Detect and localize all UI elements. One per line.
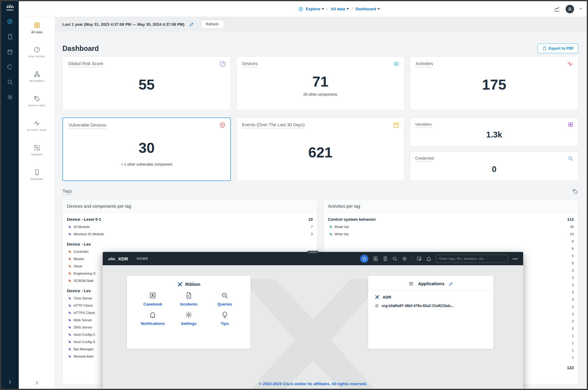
card-variables[interactable]: Variables 1.3k <box>410 117 578 147</box>
open-window-icon[interactable] <box>417 256 422 261</box>
tag-row[interactable]: 6 <box>324 238 578 245</box>
ribbon-item-tips[interactable]: Tips <box>207 311 243 326</box>
application-name: XDR <box>383 295 391 299</box>
export-pdf-button[interactable]: Export to PDF <box>538 44 578 53</box>
card-value: 175 <box>416 76 573 93</box>
tag-value: 2 <box>572 327 574 330</box>
xdr-body: Ribbon Casebook Incidents Queries <box>103 265 523 389</box>
app-rail: cisco <box>1 1 19 389</box>
sidebar-item-groups[interactable]: GROUPS <box>19 144 55 169</box>
ribbon-item-settings[interactable]: Settings <box>171 311 207 326</box>
breadcrumb-separator: / <box>352 7 353 11</box>
organization-icon <box>375 304 379 308</box>
cisco-logo-text: cisco <box>7 8 14 11</box>
application-entry-xdr[interactable]: XDR <box>368 290 493 301</box>
tag-row[interactable]: 6 <box>324 245 578 252</box>
tag-icon <box>68 225 71 229</box>
edit-time-range-icon[interactable] <box>189 22 194 27</box>
tag-icon <box>68 257 71 261</box>
hamburger-icon[interactable] <box>408 281 414 286</box>
xdr-nav-home[interactable]: HOME <box>137 257 148 260</box>
tag-row[interactable]: Write Var 19 <box>324 230 578 238</box>
tag-row[interactable]: Wireless IO Module 3 <box>63 230 317 238</box>
time-range-bar: Last 1 year (May 31, 2023 4:37:08 PM — M… <box>55 17 587 31</box>
settings-icon[interactable] <box>7 94 13 100</box>
sidebar-item-sensors[interactable]: SENSORS <box>19 169 55 193</box>
tag-row[interactable]: IO Module 7 <box>63 223 317 230</box>
ribbon-item-incidents[interactable]: Incidents <box>171 292 207 306</box>
tag-group-row[interactable]: Control system behavior 112 <box>324 213 578 223</box>
card-activities[interactable]: Activities 175 <box>410 56 578 110</box>
xdr-watermark <box>242 279 384 389</box>
vulnerabilities-icon[interactable] <box>7 64 13 70</box>
sidebar-item-activity-tags[interactable]: ACTIVITY TAGS <box>19 120 55 144</box>
breadcrumb-dashboard[interactable]: Dashboard <box>356 7 380 11</box>
incident-report-icon[interactable] <box>383 256 388 261</box>
edit-applications-icon[interactable] <box>449 282 453 286</box>
card-vulnerable-devices[interactable]: Vulnerable Devices 30 + 1 other vulnerab… <box>62 117 231 181</box>
sidebar-item-label: All data <box>31 31 42 34</box>
tag-group-row[interactable]: Device - Lev <box>63 238 317 248</box>
device-tag-icon <box>34 95 40 102</box>
sidebar-item-device-tags[interactable]: DEVICE TAGS <box>19 95 55 120</box>
activities-pulse-icon <box>567 61 573 67</box>
xdr-ribbon-window: XDR HOME <box>103 252 523 389</box>
calendar-icon[interactable] <box>7 49 13 55</box>
incidents-icon <box>185 292 192 299</box>
organization-row[interactable]: org-bfa8fa97-46bf-479a-92a2-31e9215eb... <box>368 301 493 310</box>
sidebar-item-risk-score[interactable]: RISK SCORE <box>19 46 55 71</box>
sidebar-expand-chevron-icon[interactable] <box>35 380 39 385</box>
search-icon[interactable] <box>392 256 397 261</box>
tag-value: 1 <box>572 334 574 338</box>
user-avatar[interactable] <box>566 5 574 13</box>
card-global-risk-score[interactable]: Global Risk Score 55 <box>62 56 231 110</box>
explore-icon[interactable] <box>7 18 13 25</box>
sidebar-item-networks[interactable]: NETWORKS <box>19 71 55 95</box>
ribbon-item-notifications[interactable]: Notifications <box>135 311 171 326</box>
tag-row[interactable]: Read Var 45 <box>324 223 578 230</box>
tag-value: 1 <box>572 349 574 352</box>
line-chart-icon[interactable] <box>554 6 560 12</box>
notifications-bell-icon[interactable] <box>426 256 431 261</box>
settings-gear-icon[interactable] <box>402 256 407 261</box>
card-events[interactable]: Events (Over The Last 30 Days) 621 <box>236 117 405 181</box>
tag-icon <box>68 272 71 275</box>
tag-icon <box>68 348 71 351</box>
sidebar-item-label: GROUPS <box>31 153 42 156</box>
card-credential[interactable]: Credential 0 <box>410 151 578 181</box>
all-data-grid-icon <box>34 22 40 28</box>
card-value: 30 <box>68 140 225 156</box>
applications-title: Applications <box>418 281 444 286</box>
tag-label: Read Var <box>335 225 570 229</box>
breadcrumb-all-data-label: All data <box>331 7 345 11</box>
breadcrumb-explore-label: Explore <box>306 7 321 11</box>
card-title: Devices <box>242 61 258 67</box>
home-button[interactable] <box>360 255 368 263</box>
tag-value: 5 <box>572 261 574 265</box>
casebook-icon[interactable] <box>373 256 378 261</box>
breadcrumb-all-data[interactable]: All data <box>331 7 349 11</box>
tag-icon <box>329 233 333 236</box>
minimize-button[interactable]: — <box>513 256 518 261</box>
applications-card: Applications XDR org-bfa8fa97-46bf-479a-… <box>368 276 493 349</box>
user-menu-chevron-icon[interactable] <box>580 8 582 10</box>
window-drag-handle[interactable] <box>307 251 319 253</box>
tag-value: 19 <box>570 232 574 236</box>
tags-icon[interactable] <box>572 189 578 195</box>
chevron-down-icon <box>377 8 380 10</box>
tag-icon <box>68 333 71 336</box>
tag-group-row[interactable]: Device - Level 0-1 10 <box>63 213 317 223</box>
rail-expand-chevron-icon[interactable] <box>8 380 12 385</box>
xdr-search-input[interactable] <box>436 255 508 263</box>
breadcrumb-explore[interactable]: Explore <box>306 7 324 11</box>
ribbon-item-casebook[interactable]: Casebook <box>135 292 171 306</box>
sidebar-item-all-data[interactable]: All data <box>19 22 55 46</box>
search-icon[interactable] <box>7 79 13 85</box>
card-devices[interactable]: Devices 71 26 other components <box>236 56 405 110</box>
refresh-button[interactable]: Refresh <box>201 20 224 29</box>
risk-gauge-icon <box>219 61 226 67</box>
reports-icon[interactable] <box>7 34 13 40</box>
tag-group-value: 10 <box>308 217 313 222</box>
ribbon-item-queries[interactable]: Queries <box>207 292 243 306</box>
panel-title: Activities per tag <box>324 200 578 213</box>
